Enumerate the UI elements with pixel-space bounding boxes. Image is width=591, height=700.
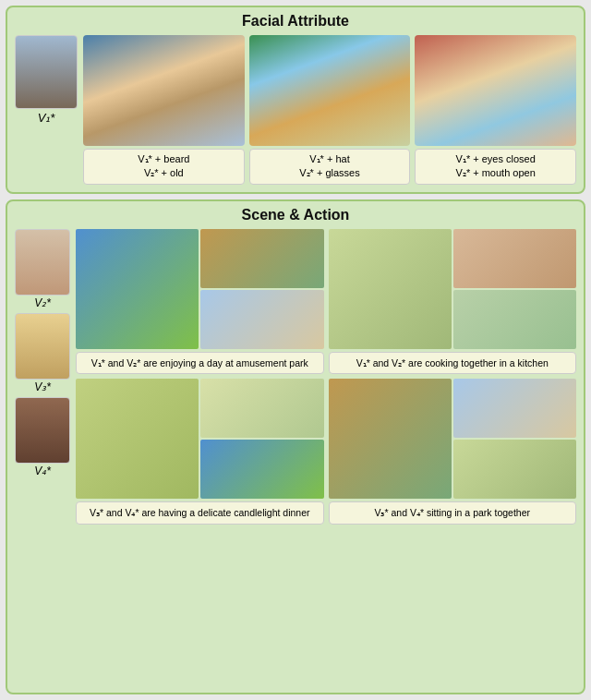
v1-avatar-image [15,35,78,109]
kitchen-image-grid [329,229,577,349]
caption-eyes-line2: V₂* + mouth open [456,167,536,178]
scene-row-2: V₃* and V₄* are having a delicate candle… [76,379,576,525]
caption-eyes: V₁* + eyes closed V₂* + mouth open [415,149,576,185]
scene-card-kitchen: V₁* and V₂* are cooking together in a ki… [329,229,577,375]
dinner-br-img [200,440,323,499]
park-image-grid [329,379,577,499]
scene-v3-label: V₃* [34,380,51,393]
caption-hat-line1: V₁* + hat [309,153,349,164]
scene-v4-label: V₄* [34,465,51,477]
scene-content: V₂* V₃* V₄* [15,229,576,525]
facial-title: Facial Attribute [15,13,576,30]
scene-avatars-col: V₂* V₃* V₄* [15,229,70,525]
dinner-caption: V₃* and V₄* are having a delicate candle… [76,501,324,525]
park-main-img [329,379,452,499]
scene-v4-image [15,397,70,464]
park-tr-img [453,379,576,438]
scene-v3-image [15,313,70,380]
caption-eyes-line1: V₁* + eyes closed [456,153,536,164]
facial-image-beard [83,35,245,146]
park-caption: V₃* and V₄* sitting in a park together [329,501,577,525]
facial-image-eyes [415,35,576,146]
main-container: Facial Attribute V₁* V₁* + beard V₂* + o… [0,0,591,700]
facial-attribute-section: Facial Attribute V₁* V₁* + beard V₂* + o… [6,6,585,194]
facial-image-hat [249,35,411,146]
scene-v4-item: V₄* [15,397,70,477]
dinner-image-grid [76,379,324,499]
scene-title: Scene & Action [15,207,576,223]
v1-label: V₁* [38,111,55,125]
scene-v2-item: V₂* [15,229,70,309]
scene-action-section: Scene & Action V₂* V₃* V₄* [6,199,585,694]
scene-row-1: V₁* and V₂* are enjoying a day at amusem… [76,229,576,375]
dinner-main-img [76,379,199,499]
kitchen-caption: V₁* and V₂* are cooking together in a ki… [329,352,577,375]
kitchen-caption-text: V₁* and V₂* are cooking together in a ki… [356,357,549,368]
caption-beard: V₁* + beard V₂* + old [83,149,245,185]
dinner-tr-img [200,379,323,438]
v1-avatar-col: V₁* [15,35,78,125]
caption-hat-line2: V₂* + glasses [299,167,359,178]
caption-beard-line2: V₂* + old [144,167,184,178]
facial-content: V₁* V₁* + beard V₂* + old V₁* + hat [15,35,576,185]
caption-hat: V₁* + hat V₂* + glasses [249,149,411,185]
amusement-br-img [200,290,323,349]
amusement-tr-img [200,229,323,288]
facial-card-eyes: V₁* + eyes closed V₂* + mouth open [415,35,576,185]
facial-images-row: V₁* + beard V₂* + old V₁* + hat V₂* + gl… [83,35,576,185]
kitchen-br-img [453,290,576,349]
kitchen-tr-img [453,229,576,288]
scene-card-dinner: V₃* and V₄* are having a delicate candle… [76,379,324,525]
amusement-caption: V₁* and V₂* are enjoying a day at amusem… [76,352,324,375]
caption-beard-line1: V₁* + beard [138,153,189,164]
dinner-caption-text: V₃* and V₄* are having a delicate candle… [90,507,310,518]
scene-v2-image [15,229,70,296]
scene-card-park: V₃* and V₄* sitting in a park together [329,379,577,525]
amusement-image-grid [76,229,324,349]
amusement-main-img [76,229,199,349]
scene-v2-label: V₂* [34,296,51,309]
facial-card-beard: V₁* + beard V₂* + old [83,35,245,185]
amusement-caption-text: V₁* and V₂* are enjoying a day at amusem… [91,357,308,368]
park-br-img [453,440,576,499]
park-caption-text: V₃* and V₄* sitting in a park together [374,507,530,518]
scene-cards-grid: V₁* and V₂* are enjoying a day at amusem… [76,229,576,525]
scene-card-amusement: V₁* and V₂* are enjoying a day at amusem… [76,229,324,375]
scene-v3-item: V₃* [15,313,70,393]
kitchen-main-img [329,229,452,349]
facial-card-hat: V₁* + hat V₂* + glasses [249,35,411,185]
